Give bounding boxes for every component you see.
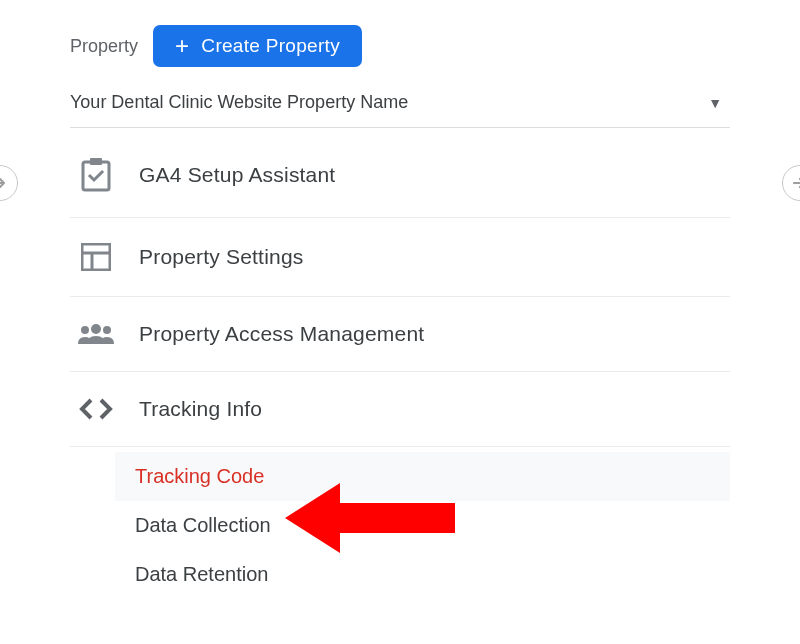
create-property-button[interactable]: + Create Property: [153, 25, 362, 67]
clipboard-check-icon: [78, 158, 114, 192]
arrow-right-icon: [0, 174, 9, 192]
menu-label: Property Access Management: [139, 322, 424, 346]
property-header: Property + Create Property: [70, 25, 730, 67]
sub-item-label: Data Retention: [135, 563, 268, 585]
property-menu: GA4 Setup Assistant Property Settings: [70, 133, 730, 599]
property-name: Your Dental Clinic Website Property Name: [70, 92, 408, 113]
svg-point-5: [91, 324, 101, 334]
menu-label: Tracking Info: [139, 397, 262, 421]
menu-label: GA4 Setup Assistant: [139, 163, 335, 187]
sub-item-label: Data Collection: [135, 514, 271, 536]
sub-item-tracking-code[interactable]: Tracking Code: [115, 452, 730, 501]
property-selector[interactable]: Your Dental Clinic Website Property Name…: [70, 92, 730, 128]
svg-rect-1: [90, 158, 102, 165]
layout-icon: [78, 243, 114, 271]
code-icon: [78, 398, 114, 420]
create-property-label: Create Property: [201, 35, 340, 57]
menu-item-ga4-setup[interactable]: GA4 Setup Assistant: [70, 133, 730, 218]
svg-rect-2: [82, 244, 110, 270]
property-column-label: Property: [70, 36, 138, 57]
svg-point-6: [81, 326, 89, 334]
menu-item-access-management[interactable]: Property Access Management: [70, 297, 730, 372]
plus-icon: +: [175, 34, 189, 58]
sub-item-data-retention[interactable]: Data Retention: [115, 550, 730, 599]
menu-item-property-settings[interactable]: Property Settings: [70, 218, 730, 297]
menu-item-tracking-info[interactable]: Tracking Info: [70, 372, 730, 447]
svg-point-7: [103, 326, 111, 334]
sub-item-data-collection[interactable]: Data Collection: [115, 501, 730, 550]
menu-item-tracking-info-section: Tracking Info Tracking Code Data Collect…: [70, 372, 730, 599]
arrow-right-icon: [791, 174, 800, 192]
menu-label: Property Settings: [139, 245, 303, 269]
sub-item-label: Tracking Code: [135, 465, 264, 487]
people-icon: [78, 323, 114, 345]
tracking-info-submenu: Tracking Code Data Collection Data Reten…: [115, 452, 730, 599]
chevron-down-icon: ▼: [708, 95, 722, 111]
